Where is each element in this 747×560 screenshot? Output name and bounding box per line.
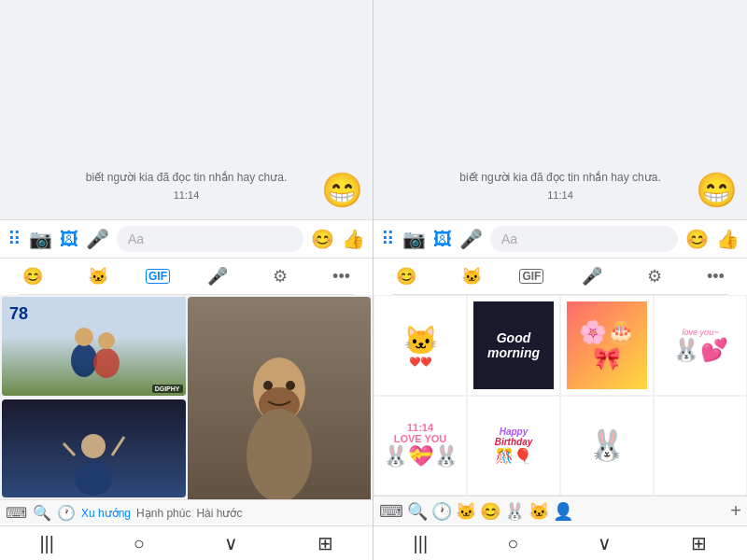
good-morning-visual: Goodmorning [473,301,554,389]
love-you-big-visual: 11:14 LOVE YOU 🐰💝🐰 [383,422,458,469]
left-toolbar-settings[interactable]: ⚙ [265,262,295,290]
left-nav-search[interactable]: 🔍 [33,504,51,522]
love-you-top-visual: love you~ 🐰💕 [672,328,728,363]
left-toolbar-sticker[interactable]: 🐱 [80,262,116,290]
right-grid-icon[interactable]: ⠿ [381,228,395,250]
right-toolbar-emoji[interactable]: 😊 [388,262,424,290]
right-nav-search[interactable]: 🔍 [407,501,428,522]
sticker-birthday-flowers[interactable]: 🌸🎂🎀 [560,295,654,396]
right-toolbar-more[interactable]: ••• [699,263,732,290]
left-emoji-btn[interactable]: 😊 [311,228,334,250]
left-phone-keyboard[interactable]: ⊞ [317,532,333,554]
right-phone-keyboard[interactable]: ⊞ [691,532,707,554]
left-toolbar: 😊 🐱 GIF 🎤 ⚙ ••• [0,258,373,294]
left-gif-left: 78 DGIPHY [2,297,186,497]
right-toolbar: 😊 🐱 GIF 🎤 ⚙ ••• [374,258,747,294]
left-panel: biết người kia đã đọc tin nhắn hay chưa.… [0,0,374,560]
left-gif-football[interactable]: 78 DGIPHY [2,297,186,396]
sticker-love-you-bunnies-top[interactable]: love you~ 🐰💕 [654,295,747,396]
left-nav-funny[interactable]: Hài hước [196,507,242,520]
left-emoji-reaction: 😁 [321,171,363,210]
left-message-area: biết người kia đã đọc tin nhắn hay chưa.… [0,0,373,219]
sticker-empty [654,396,747,497]
cat-hearts-visual: 🐱 ❤️❤️ [403,324,438,367]
right-toolbar-settings[interactable]: ⚙ [640,262,669,290]
love-you-text: 11:14 [407,422,433,433]
sticker-good-morning[interactable]: Goodmorning [467,295,560,396]
right-nav-rabbit[interactable]: 🐰 [504,501,525,522]
right-nav-keyboard[interactable]: ⌨ [379,501,403,522]
basketball-bg [2,399,186,497]
left-toolbar-emoji[interactable]: 😊 [15,262,50,290]
right-nav-face[interactable]: 😊 [480,501,500,522]
football-bg: 78 [2,297,186,396]
sticker-love-you-big[interactable]: 11:14 LOVE YOU 🐰💝🐰 [374,396,467,497]
left-input-placeholder: Aa [128,231,144,246]
right-phone-back[interactable]: ||| [414,533,429,554]
left-photo-icon[interactable]: 🖼 [60,229,78,250]
left-gif-basketball[interactable] [2,399,186,497]
left-toolbar-gif[interactable]: GIF [146,269,170,284]
right-nav-cat2[interactable]: 🐱 [529,501,549,522]
left-input-field[interactable]: Aa [117,226,303,252]
left-bottom-nav: ⌨ 🔍 🕐 Xu hướng Hạnh phúc Hài hước [0,499,373,525]
left-phone-nav: ||| ○ ∨ ⊞ [0,525,373,560]
right-message-text: biết người kia đã đọc tin nhắn hay chưa. [459,170,660,186]
right-phone-recent[interactable]: ∨ [598,532,612,554]
left-input-bar: ⠿ 📷 🖼 🎤 Aa 😊 👍 [0,219,373,258]
man-svg [233,334,326,499]
right-camera-icon[interactable]: 📷 [402,228,426,250]
right-panel: biết người kia đã đọc tin nhắn hay chưa.… [374,0,747,560]
left-phone-recent[interactable]: ∨ [224,532,238,554]
left-message-time: 11:14 [174,189,200,201]
left-toolbar-more[interactable]: ••• [325,263,358,290]
left-nav-keyboard[interactable]: ⌨ [6,504,27,522]
right-mic-icon[interactable]: 🎤 [459,228,483,250]
right-phone-home[interactable]: ○ [507,533,518,554]
left-toolbar-mic[interactable]: 🎤 [200,262,235,290]
right-like-btn[interactable]: 👍 [716,228,740,250]
right-toolbar-sticker[interactable]: 🐱 [454,262,489,290]
birthday-card-visual: 🌸🎂🎀 [567,301,647,389]
svg-line-6 [112,437,124,455]
right-emoji-btn[interactable]: 😊 [685,228,709,250]
left-nav-happy[interactable]: Hạnh phúc [136,507,190,520]
left-phone-back[interactable]: ||| [39,533,54,554]
left-nav-clock[interactable]: 🕐 [57,504,76,522]
right-nav-sticker[interactable]: 🐱 [456,501,476,522]
left-gif-panel: 78 DGIPHY [0,295,373,499]
right-nav-person[interactable]: 👤 [553,501,573,522]
left-grid-icon[interactable]: ⠿ [7,228,21,250]
left-phone-home[interactable]: ○ [134,533,145,554]
left-camera-icon[interactable]: 📷 [29,228,52,250]
svg-point-5 [81,434,106,458]
basketball-player-svg [61,404,126,497]
football-players-svg [56,309,131,384]
right-toolbar-mic[interactable]: 🎤 [574,262,610,290]
sticker-happy-birthday[interactable]: Happy Birthday 🎊🎈 [467,396,560,497]
right-photo-icon[interactable]: 🖼 [433,229,452,250]
left-like-btn[interactable]: 👍 [342,228,365,250]
svg-point-2 [93,348,120,378]
sticker-cat-hearts[interactable]: 🐱 ❤️❤️ [374,295,467,396]
happy-birthday-visual: Happy Birthday 🎊🎈 [495,427,533,465]
sticker-bunny-blue[interactable]: 🐰 [560,396,654,497]
right-input-field[interactable]: Aa [490,226,678,252]
right-toolbar-gif[interactable]: GIF [519,269,543,284]
right-nav-plus[interactable]: + [730,500,741,522]
left-giphy-1: DGIPHY [152,385,183,393]
right-emoji-reaction: 😁 [696,171,738,210]
right-message-time: 11:14 [547,189,573,201]
right-phone-nav: ||| ○ ∨ ⊞ [374,525,747,560]
left-mic-icon[interactable]: 🎤 [86,228,109,250]
right-input-placeholder: Aa [501,231,517,246]
bunny-blue-visual: 🐰 [588,427,626,463]
svg-line-7 [63,443,75,455]
left-nav-trending[interactable]: Xu hướng [81,507,131,520]
football-number: 78 [9,304,28,324]
svg-point-1 [75,328,93,346]
left-gif-man[interactable]: DGIPHY [188,297,372,499]
right-nav-clock[interactable]: 🕐 [431,501,452,522]
svg-point-12 [286,381,295,390]
right-sticker-bottom-nav: ⌨ 🔍 🕐 🐱 😊 🐰 🐱 👤 + [374,496,747,525]
